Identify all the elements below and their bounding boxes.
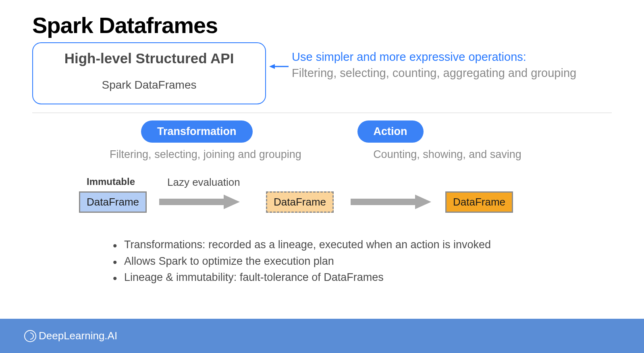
immutable-label: Immutable xyxy=(87,176,135,187)
bullet-item: Allows Spark to optimize the execution p… xyxy=(113,253,644,270)
dataframe-box-3: DataFrame xyxy=(445,191,513,213)
svg-marker-5 xyxy=(415,195,431,209)
slide-title: Spark Dataframes xyxy=(0,0,644,38)
logo-icon xyxy=(24,330,36,342)
action-caption: Counting, showing, and saving xyxy=(367,148,528,161)
svg-marker-3 xyxy=(224,195,240,209)
slide: Spark Dataframes High-level Structured A… xyxy=(0,0,644,353)
pill-captions: Filtering, selecting, joining and groupi… xyxy=(0,143,644,161)
action-pill: Action xyxy=(357,120,424,143)
side-text-body: Filtering, selecting, counting, aggregat… xyxy=(292,66,612,81)
pills-row: Transformation Action xyxy=(0,113,644,143)
arrow-right-icon xyxy=(351,194,431,212)
arrow-left-icon xyxy=(269,62,289,72)
transformation-caption: Filtering, selecting, joining and groupi… xyxy=(101,148,310,161)
bullet-item: Transformations: recorded as a lineage, … xyxy=(113,237,644,253)
svg-marker-1 xyxy=(269,64,275,69)
side-text: Use simpler and more expressive operatio… xyxy=(292,50,612,81)
arrow-right-icon xyxy=(159,194,240,212)
svg-rect-2 xyxy=(159,199,226,205)
dataframe-box-1: DataFrame xyxy=(79,191,147,213)
dataframe-box-2: DataFrame xyxy=(266,191,334,213)
api-box-title: High-level Structured API xyxy=(53,50,245,66)
api-box-subtitle: Spark DataFrames xyxy=(53,79,245,91)
footer-logo: DeepLearning.AI xyxy=(24,330,117,342)
top-section: High-level Structured API Spark DataFram… xyxy=(0,38,644,104)
lazy-evaluation-label: Lazy evaluation xyxy=(167,176,240,189)
transformation-pill: Transformation xyxy=(141,120,253,143)
bullet-list: Transformations: recorded as a lineage, … xyxy=(113,237,644,286)
flow-row: Immutable Lazy evaluation DataFrame Data… xyxy=(0,176,644,224)
side-text-heading: Use simpler and more expressive operatio… xyxy=(292,50,612,65)
bullet-item: Lineage & immutability: fault-tolerance … xyxy=(113,269,644,286)
footer: DeepLearning.AI xyxy=(0,319,644,353)
footer-brand: DeepLearning.AI xyxy=(39,330,117,342)
api-box: High-level Structured API Spark DataFram… xyxy=(32,42,266,104)
svg-rect-4 xyxy=(351,199,417,205)
